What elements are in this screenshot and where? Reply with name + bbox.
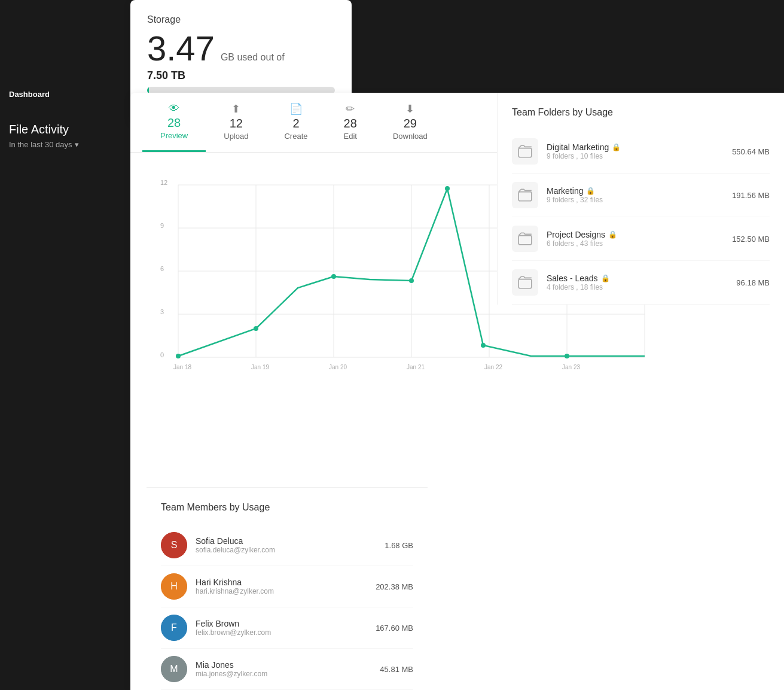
- folder-info: Digital Marketing 🔒 9 folders , 10 files: [547, 142, 724, 160]
- svg-text:Jan 18: Jan 18: [173, 364, 191, 370]
- member-email: hari.krishna@zylker.com: [196, 587, 367, 595]
- svg-text:Jan 21: Jan 21: [407, 364, 425, 370]
- edit-icon: ✏: [346, 102, 355, 115]
- chart-point: [481, 343, 486, 348]
- lock-icon: 🔒: [586, 187, 595, 195]
- folder-name: Sales - Leads 🔒: [547, 273, 728, 283]
- tab-download[interactable]: ⬇ 29 Download: [375, 93, 446, 152]
- member-info-mia: Mia Jones mia.jones@zylker.com: [196, 660, 371, 678]
- avatar-hari: H: [161, 573, 187, 600]
- member-name: Mia Jones: [196, 660, 371, 670]
- chevron-down-icon: ▾: [75, 140, 79, 149]
- tab-upload[interactable]: ⬆ 12 Upload: [206, 93, 266, 152]
- avatar-mia: M: [161, 656, 187, 682]
- member-row: F Felix Brown felix.brown@zylker.com 167…: [161, 607, 413, 649]
- svg-text:9: 9: [160, 222, 164, 229]
- member-info-hari: Hari Krishna hari.krishna@zylker.com: [196, 577, 367, 595]
- member-name: Sofia Deluca: [196, 536, 376, 546]
- member-usage: 1.68 GB: [385, 541, 413, 550]
- chart-point: [445, 186, 450, 191]
- svg-text:3: 3: [160, 308, 164, 315]
- folder-info: Sales - Leads 🔒 4 folders , 18 files: [547, 273, 728, 291]
- folder-icon: [512, 182, 538, 208]
- team-folders-panel: Team Folders by Usage Digital Marketing …: [497, 93, 784, 305]
- folder-row: Sales - Leads 🔒 4 folders , 18 files 96.…: [512, 261, 770, 305]
- folder-name: Project Designs 🔒: [547, 230, 724, 239]
- lock-icon: 🔒: [608, 230, 617, 239]
- eye-icon: 👁: [169, 102, 179, 115]
- svg-text:S: S: [171, 540, 178, 550]
- member-name: Felix Brown: [196, 619, 367, 628]
- member-info-felix: Felix Brown felix.brown@zylker.com: [196, 619, 367, 637]
- svg-text:M: M: [170, 664, 178, 674]
- folder-icon: [512, 138, 538, 165]
- storage-total-tb: 7.50 TB: [147, 69, 335, 82]
- team-members-title: Team Members by Usage: [161, 502, 413, 513]
- dashboard-panel: Dashboard File Activity In the last 30 d…: [0, 78, 147, 616]
- chart-point: [565, 354, 569, 358]
- avatar-felix: F: [161, 615, 187, 641]
- svg-text:H: H: [170, 581, 178, 591]
- folder-icon: [512, 226, 538, 252]
- folder-size: 152.50 MB: [732, 235, 770, 244]
- svg-text:F: F: [171, 622, 177, 633]
- avatar-sofia: S: [161, 532, 187, 558]
- folder-meta: 4 folders , 18 files: [547, 283, 728, 291]
- chart-point: [409, 278, 414, 283]
- tab-preview[interactable]: 👁 28 Preview: [142, 93, 206, 152]
- folder-row: Digital Marketing 🔒 9 folders , 10 files…: [512, 130, 770, 174]
- svg-text:Jan 20: Jan 20: [329, 364, 347, 370]
- svg-rect-33: [518, 236, 532, 245]
- tab-create[interactable]: 📄 2 Create: [266, 93, 325, 152]
- folder-row: Project Designs 🔒 6 folders , 43 files 1…: [512, 217, 770, 261]
- member-row: M Mia Jones mia.jones@zylker.com 45.81 M…: [161, 649, 413, 690]
- svg-text:0: 0: [160, 351, 164, 358]
- chart-point: [176, 354, 181, 358]
- storage-used-gb: 3.47: [147, 31, 215, 66]
- svg-text:Jan 22: Jan 22: [484, 364, 502, 370]
- file-activity-period[interactable]: In the last 30 days ▾: [9, 140, 138, 149]
- create-icon: 📄: [289, 102, 303, 115]
- lock-icon: 🔒: [601, 274, 610, 282]
- svg-rect-32: [518, 192, 532, 201]
- member-email: mia.jones@zylker.com: [196, 670, 371, 678]
- svg-rect-34: [518, 279, 532, 288]
- member-usage: 202.38 MB: [376, 582, 413, 591]
- folder-size: 550.64 MB: [732, 147, 770, 156]
- storage-unit-text: GB used out of: [221, 52, 285, 63]
- svg-rect-31: [518, 148, 532, 157]
- member-info-sofia: Sofia Deluca sofia.deluca@zylker.com: [196, 536, 376, 554]
- folder-name: Digital Marketing 🔒: [547, 142, 724, 152]
- member-usage: 45.81 MB: [380, 665, 413, 674]
- member-row: H Hari Krishna hari.krishna@zylker.com 2…: [161, 566, 413, 607]
- member-usage: 167.60 MB: [376, 624, 413, 633]
- chart-point: [254, 326, 258, 331]
- download-icon: ⬇: [405, 102, 414, 115]
- folder-size: 96.18 MB: [736, 278, 770, 287]
- folder-info: Project Designs 🔒 6 folders , 43 files: [547, 230, 724, 248]
- storage-number-row: 3.47 GB used out of: [147, 31, 335, 66]
- svg-text:Jan 19: Jan 19: [251, 364, 269, 370]
- member-email: sofia.deluca@zylker.com: [196, 546, 376, 554]
- member-row: S Sofia Deluca sofia.deluca@zylker.com 1…: [161, 525, 413, 566]
- folder-size: 191.56 MB: [732, 191, 770, 200]
- folder-info: Marketing 🔒 9 folders , 32 files: [547, 186, 724, 204]
- upload-icon: ⬆: [231, 102, 240, 115]
- lock-icon: 🔒: [612, 143, 621, 151]
- member-name: Hari Krishna: [196, 577, 367, 587]
- team-folders-title: Team Folders by Usage: [512, 107, 770, 118]
- tab-edit[interactable]: ✏ 28 Edit: [325, 93, 374, 152]
- folder-meta: 9 folders , 32 files: [547, 196, 724, 204]
- svg-text:12: 12: [160, 179, 167, 186]
- folder-meta: 6 folders , 43 files: [547, 239, 724, 248]
- dashboard-label: Dashboard: [9, 90, 138, 99]
- member-email: felix.brown@zylker.com: [196, 628, 367, 637]
- svg-text:6: 6: [160, 265, 164, 272]
- team-members-panel: Team Members by Usage S Sofia Deluca sof…: [147, 487, 428, 690]
- storage-title: Storage: [147, 14, 335, 25]
- folder-icon: [512, 269, 538, 296]
- folder-name: Marketing 🔒: [547, 186, 724, 196]
- svg-text:Jan 23: Jan 23: [562, 364, 580, 370]
- file-activity-title: File Activity: [9, 123, 138, 136]
- folder-meta: 9 folders , 10 files: [547, 152, 724, 160]
